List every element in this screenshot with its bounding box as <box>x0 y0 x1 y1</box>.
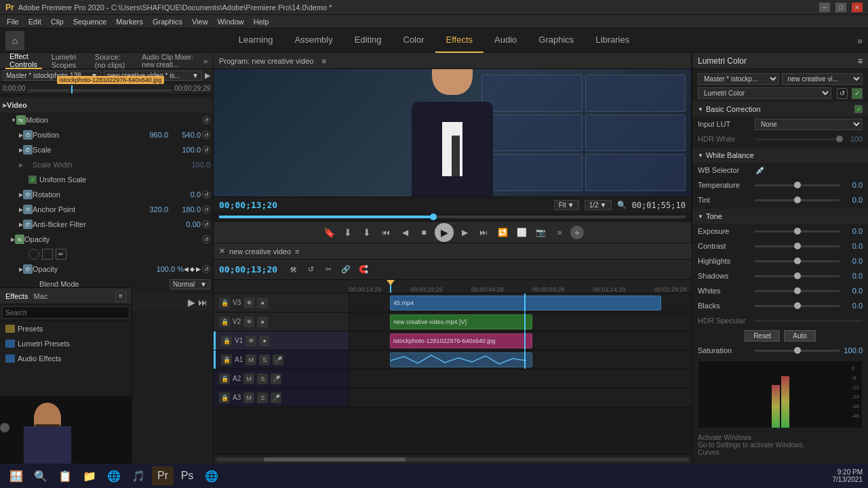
opacity-value[interactable]: 100.0 % <box>157 265 184 273</box>
anti-flicker-value[interactable]: 0.00 <box>174 220 201 228</box>
go-end-button[interactable]: ⏭ <box>475 224 492 241</box>
controls-add-button[interactable]: + <box>570 226 584 239</box>
v1-clip[interactable]: istockphoto-1281022976-640x640.jpg <box>390 333 532 348</box>
whites-slider[interactable] <box>755 290 840 292</box>
menu-edit[interactable]: Edit <box>24 15 45 28</box>
ec-play-icon[interactable]: ▶ <box>188 297 195 308</box>
lumetri-menu-icon[interactable]: ≡ <box>858 56 863 66</box>
motion-reset-icon[interactable]: ↺ <box>202 116 210 124</box>
v3-lock-icon[interactable]: 🔒 <box>219 298 230 308</box>
nav-more-button[interactable]: » <box>857 35 863 46</box>
home-button[interactable]: ⌂ <box>5 31 24 50</box>
a1-lock-icon[interactable]: 🔒 <box>221 354 232 365</box>
contrast-thumb[interactable] <box>794 243 801 249</box>
menu-window[interactable]: Window <box>214 15 248 28</box>
taskbar-explorer-button[interactable]: 📁 <box>79 466 100 485</box>
whites-value[interactable]: 0.0 <box>842 287 863 295</box>
tab-audio[interactable]: Audio <box>484 28 528 53</box>
anti-flicker-stopwatch-icon[interactable]: ⏱ <box>23 220 33 229</box>
tone-header[interactable]: ▼ Tone <box>692 209 868 224</box>
play-button[interactable]: ▶ <box>435 223 454 242</box>
v2-visibility-icon[interactable]: 👁 <box>243 317 254 327</box>
blacks-thumb[interactable] <box>794 302 801 309</box>
ratio-dropdown[interactable]: 1/2 ▼ <box>585 200 612 210</box>
safe-margin-button[interactable]: ⬜ <box>513 224 530 241</box>
taskbar-premiere-button[interactable]: Pr <box>152 466 174 485</box>
opacity-reset-icon[interactable]: ↺ <box>202 265 210 273</box>
tint-slider[interactable] <box>755 199 840 201</box>
anchor-y-value[interactable]: 180.0 <box>174 205 201 214</box>
tab-assembly[interactable]: Assembly <box>283 28 343 53</box>
shadows-value[interactable]: 0.0 <box>842 272 863 280</box>
a3-lock-icon[interactable]: 🔒 <box>219 392 230 403</box>
shadows-thumb[interactable] <box>794 272 801 279</box>
basic-correction-header[interactable]: ▼ Basic Correction ✓ <box>692 102 868 117</box>
temperature-slider[interactable] <box>755 184 840 186</box>
saturation-value[interactable]: 100.0 <box>842 346 863 354</box>
a2-lock-icon[interactable]: 🔒 <box>219 373 230 384</box>
tl-tools-button[interactable]: 🛠 <box>285 262 300 277</box>
timeline-ruler[interactable]: 00;00;14;29 00;00;29;29 00;00;44;28 00;0… <box>214 280 692 293</box>
export-frame-button[interactable]: 📷 <box>532 224 549 241</box>
shadows-slider[interactable] <box>755 275 840 277</box>
uniform-scale-checkbox[interactable]: ✓ <box>28 176 37 184</box>
go-start-button[interactable]: ⏮ <box>378 224 394 241</box>
contrast-slider[interactable] <box>755 245 840 247</box>
effects-menu-icon[interactable]: ≡ <box>115 291 126 302</box>
taskbar-photoshop-button[interactable]: Ps <box>176 466 198 485</box>
white-balance-header[interactable]: ▼ White Balance <box>692 148 868 163</box>
basic-correction-checkbox[interactable]: ✓ <box>854 105 863 113</box>
lumetri-enable-checkbox[interactable]: ✓ <box>852 88 863 99</box>
anchor-x-value[interactable]: 320.0 <box>141 205 168 214</box>
track-content-v1[interactable]: istockphoto-1281022976-640x640.jpg <box>349 331 692 350</box>
tab-learning[interactable]: Learning <box>228 28 284 53</box>
menu-view[interactable]: View <box>188 15 212 28</box>
tint-thumb[interactable] <box>794 197 801 203</box>
ec-step-icon[interactable]: ⏭ <box>198 297 208 308</box>
keyframe-add-icon[interactable]: ◆ <box>190 266 195 272</box>
saturation-thumb[interactable] <box>794 347 801 354</box>
effects-audio-effects-item[interactable]: Audio Effects <box>0 351 132 366</box>
tab-graphics[interactable]: Graphics <box>528 28 585 53</box>
lumetri-reset-icon[interactable]: ↺ <box>837 88 848 99</box>
fit-dropdown[interactable]: Fit ▼ <box>554 200 579 210</box>
tab-effect-controls[interactable]: Effect Controls <box>5 53 42 69</box>
rotation-stopwatch-icon[interactable]: ⏱ <box>23 190 33 199</box>
tab-audio-mixer[interactable]: Audio Clip Mixer: new creati... <box>138 53 198 69</box>
step-back-button[interactable]: ◀ <box>397 224 413 241</box>
opacity-reset-icon[interactable]: ↺ <box>202 235 210 243</box>
exposure-thumb[interactable] <box>794 228 801 235</box>
blacks-value[interactable]: 0.0 <box>842 302 863 310</box>
insert-button[interactable]: ⬇ <box>340 224 356 241</box>
play-icon[interactable]: ▶ <box>205 71 210 80</box>
keyframe-prev-icon[interactable]: ◀ <box>184 266 189 272</box>
tab-source[interactable]: Source: (no clips) <box>91 53 133 69</box>
tl-undo-button[interactable]: ↺ <box>303 262 318 277</box>
marker-button[interactable]: 🔖 <box>321 224 337 241</box>
effects-tab[interactable]: Effects <box>5 292 28 300</box>
lumetri-clip-dropdown[interactable]: new creative vi... <box>782 73 863 85</box>
anchor-stopwatch-icon[interactable]: ⏱ <box>23 205 33 214</box>
keyframe-next-icon[interactable]: ▶ <box>196 266 201 272</box>
v2-toggle-icon[interactable]: ● <box>257 317 268 327</box>
effects-presets-item[interactable]: Presets <box>0 321 132 336</box>
tab-editing[interactable]: Editing <box>344 28 393 53</box>
panel-expand-icon[interactable]: » <box>203 57 208 65</box>
blend-mode-dropdown[interactable]: Normal ▼ <box>170 279 210 289</box>
lumetri-master-dropdown[interactable]: Master * istockp... <box>698 73 779 85</box>
v3-toggle-icon[interactable]: ● <box>257 298 268 308</box>
position-stopwatch-icon[interactable]: ⏱ <box>23 130 33 140</box>
rotation-value[interactable]: 0.0 <box>174 190 201 199</box>
blend-square-icon[interactable] <box>42 249 53 260</box>
taskbar-browser2-button[interactable]: 🌐 <box>201 466 222 485</box>
effects-lumetri-presets-item[interactable]: Lumetri Presets <box>0 336 132 351</box>
taskbar-search-button[interactable]: 🔍 <box>30 466 52 485</box>
taskbar-chrome-button[interactable]: 🌐 <box>103 466 125 485</box>
blacks-slider[interactable] <box>755 305 840 307</box>
anti-flicker-reset-icon[interactable]: ↺ <box>202 220 210 228</box>
scale-stopwatch-icon[interactable]: ⏱ <box>23 145 33 155</box>
a1-solo-icon[interactable]: S <box>259 354 270 365</box>
mac-tab[interactable]: Mac <box>33 292 47 300</box>
lumetri-type-dropdown[interactable]: Lumetri Color <box>698 87 831 99</box>
v1-visibility-icon[interactable]: 👁 <box>245 336 256 346</box>
